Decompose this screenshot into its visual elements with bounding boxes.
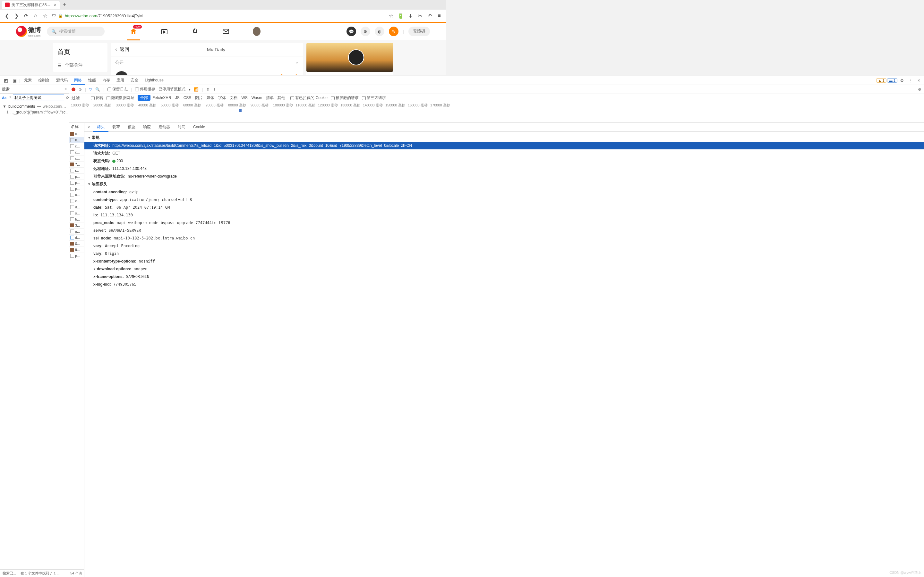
search-input[interactable] <box>13 95 64 101</box>
search-result-match[interactable]: 1 ..._group":[{"param":"flow=0","sc... <box>0 109 69 115</box>
hide-data-checkbox[interactable]: 隐藏数据网址 <box>107 95 134 101</box>
address-bar[interactable]: 🛡 🔒 https://weibo.com/7190522839/O1kt4jT… <box>52 13 384 18</box>
detail-tab[interactable]: 启动器 <box>155 123 174 131</box>
filter-tab[interactable]: 清单 <box>264 95 276 101</box>
third-party-checkbox[interactable]: 第三方请求 <box>362 95 386 101</box>
back-button[interactable]: ❮ <box>4 13 10 19</box>
request-url-row[interactable]: 请求网址: https://weibo.com/ajax/statuses/bu… <box>84 142 446 149</box>
detail-tab[interactable]: Cookie <box>189 123 209 131</box>
nav-home[interactable]: NEW <box>129 27 137 35</box>
inspect-icon[interactable]: ◩ <box>2 78 10 83</box>
search-result-file[interactable]: ▼ buildComments — weibo.com/ajax/... <box>0 103 69 109</box>
blocked-requests-checkbox[interactable]: 被屏蔽的请求 <box>331 95 359 101</box>
follow-button[interactable]: + 关注 <box>279 74 299 75</box>
devtools-tab-内存[interactable]: 内存 <box>99 76 113 84</box>
request-row[interactable]: b... <box>69 137 84 143</box>
regex-toggle[interactable]: .* <box>8 95 11 100</box>
upload-icon[interactable]: ⬆ <box>206 87 210 92</box>
request-row[interactable]: r... <box>69 168 84 174</box>
blocked-cookies-checkbox[interactable]: 有已拦截的 Cookie <box>290 95 328 101</box>
reload-button[interactable]: ⟳ <box>23 13 29 19</box>
request-row[interactable]: p... <box>69 174 84 180</box>
filter-icon[interactable]: ▽ <box>89 87 92 92</box>
request-row[interactable]: 3... <box>69 222 84 229</box>
weibo-search[interactable]: 🔍 搜索微博 <box>47 27 105 36</box>
request-row[interactable]: 9... <box>69 247 84 253</box>
request-row[interactable]: p... <box>69 180 84 186</box>
compose-button[interactable]: ✎ <box>389 27 399 36</box>
request-row[interactable]: s... <box>69 210 84 216</box>
devtools-tab-Lighthouse[interactable]: Lighthouse <box>142 76 167 84</box>
request-row[interactable]: g... <box>69 229 84 235</box>
forward-button[interactable]: ❯ <box>13 13 19 19</box>
request-row[interactable]: d... <box>69 204 84 210</box>
back-arrow-icon[interactable]: ‹ <box>115 46 117 53</box>
search-net-icon[interactable]: 🔍 <box>95 87 100 92</box>
devtools-tab-网络[interactable]: 网络 <box>71 76 85 85</box>
request-row[interactable]: h... <box>69 216 84 222</box>
filter-tab[interactable]: WS <box>239 95 249 101</box>
devtools-tab-应用[interactable]: 应用 <box>113 76 128 84</box>
filter-tab[interactable]: Wasm <box>250 95 264 101</box>
home-button[interactable]: ⌂ <box>33 13 39 19</box>
request-row[interactable]: c... <box>69 149 84 155</box>
download-icon[interactable]: ⬇ <box>407 13 413 19</box>
filter-tab[interactable]: 图片 <box>193 95 205 101</box>
detail-tab[interactable]: 时间 <box>174 123 189 131</box>
back-label[interactable]: 返回 <box>120 47 129 53</box>
nav-avatar[interactable] <box>253 27 260 35</box>
close-icon[interactable]: × <box>54 2 57 7</box>
disable-cache-checkbox[interactable]: 停用缓存 <box>135 87 155 92</box>
clear-search-icon[interactable]: × <box>65 87 67 91</box>
detail-tab[interactable]: 预览 <box>124 123 139 131</box>
settings-icon[interactable]: ⚙ <box>360 27 370 36</box>
filter-tab[interactable]: 全部 <box>137 95 150 101</box>
devtools-tab-源代码[interactable]: 源代码 <box>53 76 71 84</box>
bookmark-star-icon[interactable]: ☆ <box>42 13 48 19</box>
throttle-select[interactable]: 已停用节流模式 <box>158 87 186 92</box>
detail-tab[interactable]: 响应 <box>139 123 155 131</box>
detail-tab[interactable]: 载荷 <box>108 123 124 131</box>
filter-tab[interactable]: Fetch/XHR <box>150 95 173 101</box>
devtools-tab-控制台[interactable]: 控制台 <box>35 76 53 84</box>
download-har-icon[interactable]: ⬇ <box>213 87 216 92</box>
close-detail-icon[interactable]: × <box>84 125 93 129</box>
detail-tab[interactable]: 标头 <box>93 123 108 132</box>
wifi-icon[interactable]: 📶 <box>194 87 199 92</box>
filter-tab[interactable]: JS <box>173 95 182 101</box>
request-row[interactable]: 0... <box>69 131 84 137</box>
chat-icon[interactable]: 💬 <box>347 27 356 36</box>
filter-tab[interactable]: 媒体 <box>205 95 216 101</box>
filter-tab[interactable]: 其他 <box>276 95 287 101</box>
request-row[interactable]: 0... <box>69 241 84 247</box>
request-row[interactable]: d... <box>69 235 84 241</box>
throttle-dropdown-icon[interactable]: ▾ <box>189 87 191 92</box>
request-row[interactable]: p... <box>69 186 84 192</box>
nav-message[interactable] <box>222 27 230 35</box>
record-button[interactable] <box>71 87 75 91</box>
devtools-tab-安全[interactable]: 安全 <box>128 76 142 84</box>
devtools-tab-元素[interactable]: 元素 <box>21 76 35 84</box>
visibility-selector[interactable]: 公开 ⌄ <box>111 56 303 69</box>
section-general[interactable]: 常规 <box>84 134 446 142</box>
request-row[interactable]: c... <box>69 143 84 149</box>
scissors-icon[interactable]: ✂ <box>417 13 423 19</box>
devtools-tab-性能[interactable]: 性能 <box>85 76 99 84</box>
preserve-log-checkbox[interactable]: 保留日志 <box>107 87 128 92</box>
network-timeline[interactable]: 10000 毫秒20000 毫秒30000 毫秒40000 毫秒50000 毫秒… <box>69 102 446 123</box>
request-row[interactable]: c... <box>69 155 84 161</box>
invert-checkbox[interactable]: 反转 <box>91 95 103 101</box>
request-row[interactable]: p... <box>69 253 84 259</box>
sidebar-item-all[interactable]: ☰ 全部关注 <box>57 61 103 70</box>
menu-icon[interactable]: ≡ <box>436 13 442 19</box>
request-row[interactable]: u... <box>69 192 84 198</box>
filter-tab[interactable]: 字体 <box>216 95 228 101</box>
post-avatar[interactable] <box>115 71 128 75</box>
nav-video[interactable] <box>160 27 168 35</box>
clear-log-icon[interactable]: ⊘ <box>79 87 82 92</box>
request-row[interactable]: c... <box>69 198 84 204</box>
browser-tab[interactable]: 测了三次都徘徊在88... - @-M × <box>2 1 60 9</box>
filter-tab[interactable]: CSS <box>182 95 194 101</box>
filter-tab[interactable]: 文档 <box>228 95 239 101</box>
undo-icon[interactable]: ↶ <box>427 13 433 19</box>
